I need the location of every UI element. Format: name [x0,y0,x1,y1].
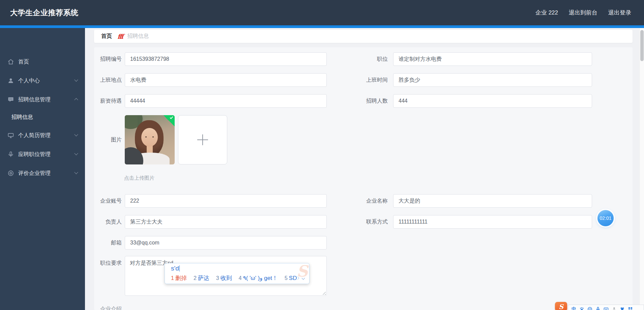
ime-candidate-3[interactable]: 3收到 [216,274,232,282]
scrollbar-track[interactable] [639,28,644,310]
microphone-icon [7,151,14,158]
chevron-down-icon [74,170,78,174]
work-time-input[interactable] [393,73,592,87]
work-place-label: 上班地点 [91,73,122,87]
evaluate-icon [7,170,14,177]
nav-company-account[interactable]: 企业 222 [535,9,558,17]
header-nav: 企业 222 退出到前台 退出登录 [535,0,631,25]
breadcrumb-separator-icon: fff [117,33,123,40]
ime-candidate-2[interactable]: 2萨达 [194,274,209,282]
toolbox-icon[interactable] [627,306,633,310]
contact-label: 联系方式 [351,215,388,229]
position-input[interactable] [393,52,592,66]
sidebar-subitem-recruit-info[interactable]: 招聘信息 [0,111,85,123]
account-icon[interactable] [611,306,617,310]
ime-candidates: 1删掉 2萨达 3收到 4٩( 'ω' )و get！ 5SD [171,274,297,282]
top-header: 大学生企业推荐系统 企业 222 退出到前台 退出登录 [0,0,644,25]
sidebar-item-apply-mgmt[interactable]: 应聘职位管理 [0,148,85,161]
sidebar-item-home[interactable]: 首页 [0,55,85,69]
next-page-icon[interactable] [296,277,299,280]
upload-success-badge [163,115,175,127]
chevron-down-icon [74,151,78,155]
chevron-down-icon [74,132,78,136]
image-label: 图片 [91,133,122,147]
paw-icon[interactable] [579,306,585,310]
app-title: 大学生企业推荐系统 [10,8,79,18]
accent-bar [0,25,644,28]
position-label: 职位 [351,52,388,66]
monitor-icon [7,132,14,139]
nav-logout[interactable]: 退出登录 [608,9,631,17]
recruit-no-label: 招聘编号 [91,52,122,66]
uploaded-image-thumbnail[interactable] [125,115,175,164]
prev-page-icon[interactable] [290,277,294,280]
sidebar-item-resume-mgmt[interactable]: 个人简历管理 [0,129,85,142]
sidebar-item-label: 个人简历管理 [18,132,51,139]
principal-label: 负责人 [91,215,122,229]
account-label: 企业账号 [91,194,122,208]
chevron-up-icon [74,98,78,102]
microphone-icon[interactable] [595,306,601,310]
work-time-label: 上班时间 [351,73,388,87]
chevron-down-icon [74,78,78,81]
sogou-ime-logo[interactable]: S [555,302,567,310]
ime-composition: s'd [171,265,180,272]
company-name-input[interactable] [393,194,592,208]
app: 大学生企业推荐系统 企业 222 退出到前台 退出登录 首页 个人中心 招 [0,0,644,310]
add-image-button[interactable] [178,115,227,164]
keyboard-icon[interactable] [603,306,609,310]
nav-exit-to-front[interactable]: 退出到前台 [569,9,597,17]
skin-icon[interactable] [619,306,625,310]
clock-widget[interactable]: 02:01 [597,210,614,226]
breadcrumb-home-link[interactable]: 首页 [101,33,112,40]
principal-input[interactable] [125,215,327,229]
sidebar-item-personal-center[interactable]: 个人中心 [0,74,85,87]
email-label: 邮箱 [91,236,122,250]
sidebar-item-label: 评价企业管理 [18,170,51,177]
requirement-label: 职位要求 [91,256,122,270]
sidebar: 首页 个人中心 招聘信息管理 招聘信息 个人简历管理 [0,28,85,310]
headcount-input[interactable] [393,94,592,108]
user-icon [7,77,14,84]
ime-candidate-4[interactable]: 4٩( 'ω' )و get！ [239,274,278,282]
expand-icon[interactable] [302,277,305,280]
sidebar-subitem-label: 招聘信息 [11,114,33,121]
work-place-input[interactable] [125,73,327,87]
check-icon [170,116,173,119]
company-name-label: 企业名称 [351,194,388,208]
clock-time: 02:01 [599,215,611,221]
plus-icon [202,134,203,145]
sidebar-item-label: 个人中心 [18,77,40,84]
contact-input[interactable] [393,215,592,229]
ime-popup: S s'd 1删掉 2萨达 3收到 4٩( 'ω' )و get！ 5SD [165,263,310,284]
email-input[interactable] [125,236,327,250]
recruit-no-input[interactable] [125,52,327,66]
ime-candidate-1[interactable]: 1删掉 [171,274,187,282]
upload-hint: 点击上传图片 [124,175,154,181]
account-input[interactable] [125,194,327,208]
home-icon [7,58,14,65]
chinese-mode-icon[interactable]: 中 [571,306,577,310]
sidebar-item-label: 首页 [18,58,29,66]
intro-label: 企业介绍 [91,306,122,310]
salary-input[interactable] [125,94,327,108]
breadcrumb-current: 招聘信息 [127,33,149,40]
sidebar-item-evaluate-mgmt[interactable]: 评价企业管理 [0,166,85,180]
headcount-label: 招聘人数 [351,94,388,108]
comment-icon [7,96,14,103]
ime-toolbar: 中 [568,305,644,310]
breadcrumb: 首页 fff 招聘信息 [94,30,633,43]
sidebar-item-recruit-info-mgmt[interactable]: 招聘信息管理 [0,93,85,106]
requirement-value: 对方是否第三方 [130,260,168,266]
ime-caret [179,265,180,272]
ime-pager [291,277,304,279]
sidebar-item-label: 应聘职位管理 [18,151,51,158]
emoji-icon[interactable] [587,306,593,310]
scrollbar-thumb[interactable] [640,30,644,61]
sidebar-item-label: 招聘信息管理 [18,96,51,103]
salary-label: 薪资待遇 [91,94,122,108]
